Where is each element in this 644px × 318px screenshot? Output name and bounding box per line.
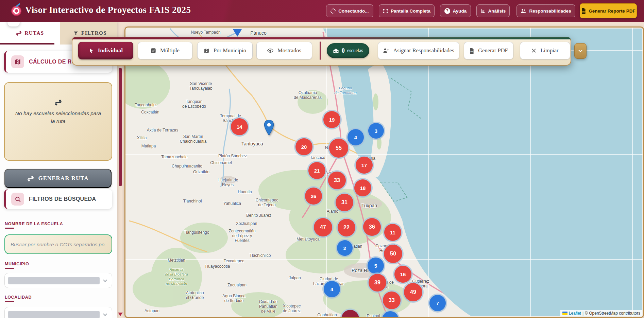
- map-cluster-marker[interactable]: 19: [323, 111, 340, 128]
- cluster-count: 11: [390, 230, 395, 235]
- map-cluster-marker[interactable]: 50: [384, 245, 402, 263]
- fullscreen-button[interactable]: Pantalla Completa: [379, 4, 435, 17]
- generate-report-pdf-button[interactable]: PDF Generar Reporte PDF: [580, 3, 637, 18]
- chart-icon: [480, 8, 486, 14]
- map-place-label: Nuevo Tampaón: [191, 30, 220, 35]
- map-cluster-marker[interactable]: 2: [337, 240, 353, 256]
- map-cluster-marker[interactable]: [382, 311, 399, 318]
- analysis-button[interactable]: Análisis: [476, 4, 510, 17]
- assign-responsibilities-button[interactable]: Asignar Responsabilidades: [378, 42, 459, 59]
- map-cluster-marker[interactable]: 22: [338, 219, 355, 236]
- generate-route-label: GENERAR RUTA: [38, 175, 88, 182]
- mode-multiple-button[interactable]: Múltiple: [138, 42, 192, 59]
- school-icon: [333, 48, 339, 53]
- cluster-count: 50: [390, 251, 396, 257]
- scroll-down-indicator[interactable]: [118, 313, 123, 316]
- empty-route-message-box: No hay escuelas seleccionadas para la ru…: [4, 82, 112, 161]
- map-place-label: Texcatepec: [224, 259, 244, 263]
- page-title: Visor Interactivo de Proyectos FAIS 2025: [25, 5, 191, 15]
- route-icon: [27, 175, 34, 182]
- attribution-separator: |: [582, 311, 583, 316]
- tab-rutas-label: RUTAS: [24, 30, 44, 36]
- leaflet-link[interactable]: Leaflet: [569, 311, 581, 316]
- map-place-label: Xicotepec de Juárez: [283, 304, 301, 313]
- map-cluster-marker[interactable]: 20: [295, 138, 312, 155]
- fullscreen-label: Pantalla Completa: [391, 8, 430, 14]
- map-cluster-marker[interactable]: 49: [404, 283, 422, 301]
- cluster-count: 19: [329, 117, 335, 123]
- map-cluster-marker[interactable]: 3: [368, 123, 384, 139]
- map-cluster-marker[interactable]: 21: [308, 162, 325, 179]
- connecting-button[interactable]: Conectando...: [326, 4, 373, 17]
- responsibilities-button[interactable]: Responsabilidades: [516, 4, 575, 17]
- map-cluster-marker[interactable]: 7: [429, 295, 446, 311]
- map-cluster-marker[interactable]: [341, 310, 359, 318]
- school-search-input[interactable]: [4, 234, 112, 254]
- map-place-label: Huautla: [238, 190, 252, 194]
- localidad-select[interactable]: [4, 307, 112, 318]
- schools-count-badge: 0 escuelas: [327, 43, 369, 58]
- help-label: Ayuda: [453, 8, 467, 14]
- map-place-label: Platón Sánchez: [218, 154, 247, 158]
- map-triangle-marker[interactable]: [233, 29, 242, 37]
- flag-icon: [562, 312, 567, 315]
- help-button[interactable]: ? Ayuda: [440, 4, 471, 17]
- map-place-label: Jalpan: [289, 276, 301, 280]
- chevron-down-icon: [577, 48, 583, 54]
- map-pin-marker[interactable]: [264, 120, 274, 135]
- map-cluster-marker[interactable]: 39: [369, 274, 386, 292]
- mode-por-municipio-button[interactable]: Por Municipio: [197, 42, 253, 59]
- connecting-label: Conectando...: [338, 8, 369, 14]
- generate-pdf-button[interactable]: PDF Generar PDF: [464, 42, 513, 59]
- close-icon: [531, 48, 536, 53]
- municipio-select[interactable]: [4, 273, 112, 288]
- map-place-label: Tanquián de Escobedo: [182, 99, 206, 109]
- clear-button[interactable]: Limpiar: [520, 42, 570, 59]
- map-cluster-marker[interactable]: 47: [314, 218, 332, 236]
- map-cluster-marker[interactable]: 55: [329, 139, 348, 158]
- map-cluster-marker[interactable]: 11: [384, 224, 401, 241]
- cluster-count: 49: [410, 289, 416, 295]
- map-cluster-marker[interactable]: 17: [356, 157, 373, 174]
- toolbar-divider: [320, 41, 321, 60]
- responsibilities-label: Responsabilidades: [529, 8, 571, 14]
- map-cluster-marker[interactable]: 26: [305, 188, 322, 205]
- map-place-label: Actopan: [145, 308, 159, 313]
- map-cluster-marker[interactable]: 36: [363, 218, 381, 236]
- map-place-label: Huayacocotla: [205, 264, 230, 269]
- map-cluster-marker[interactable]: 33: [328, 172, 346, 189]
- map-cluster-marker[interactable]: 18: [354, 179, 371, 196]
- cluster-count: 20: [301, 144, 307, 150]
- mode-individual-button[interactable]: Individual: [78, 42, 133, 59]
- mode-mostrados-button[interactable]: Mostrados: [256, 42, 312, 59]
- spinner-icon: [331, 8, 336, 14]
- generate-route-button[interactable]: GENERAR RUTA: [4, 169, 112, 188]
- search-filters-header: FILTROS DE BÚSQUEDA: [4, 189, 112, 209]
- map-cluster-marker[interactable]: 4: [324, 281, 340, 297]
- school-name-label: NOMBRE DE LA ESCUELA: [5, 222, 63, 226]
- map-place-label: Xilitla: [137, 136, 147, 140]
- tab-filtros-label: FILTROS: [81, 30, 107, 36]
- toolbar-accent-bar: [72, 37, 571, 39]
- generate-pdf-label: Generar PDF: [478, 47, 508, 54]
- map-cluster-marker[interactable]: 31: [336, 194, 353, 211]
- map-cluster-marker[interactable]: 4: [348, 129, 364, 145]
- cluster-count: 31: [341, 199, 348, 206]
- map-cluster-marker[interactable]: 5: [368, 258, 384, 274]
- cluster-count: 26: [311, 193, 317, 199]
- toolbar-collapse-button[interactable]: [574, 43, 587, 59]
- svg-text:PDF: PDF: [582, 11, 586, 13]
- cluster-count: 3: [375, 128, 377, 134]
- map-cluster-marker[interactable]: 16: [394, 266, 411, 283]
- map-cluster-marker[interactable]: 33: [383, 292, 401, 309]
- map-cluster-marker[interactable]: 14: [231, 118, 248, 135]
- sidebar-scrollbar[interactable]: [119, 68, 122, 186]
- route-icon: [5, 99, 112, 107]
- fullscreen-icon: [383, 8, 388, 14]
- map-place-label: Reserva de la Biosfera Barranca de Metzt…: [165, 267, 188, 286]
- map-place-label: Metlaltoyuca: [296, 237, 319, 242]
- map-container[interactable]: Nuevo TampaónPánucoSan Vicente Tancuayal…: [124, 26, 644, 318]
- localidad-label: LOCALIDAD: [5, 295, 32, 300]
- cluster-count: 33: [334, 177, 340, 183]
- eye-icon: [267, 48, 273, 53]
